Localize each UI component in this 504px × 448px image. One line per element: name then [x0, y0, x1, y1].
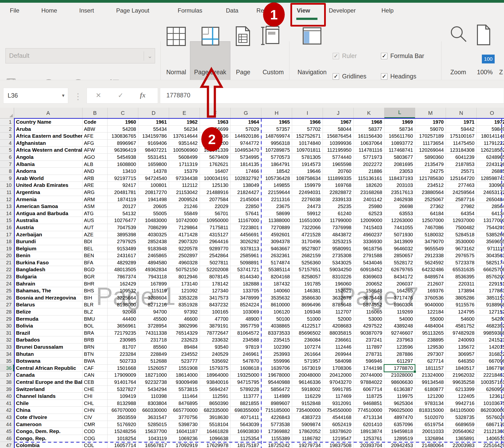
cell-C40[interactable]: 109419 — [108, 393, 138, 400]
cell-K2[interactable]: 58377 — [354, 126, 384, 133]
cell-L42[interactable]: 796025000 — [384, 407, 415, 414]
cell-H15[interactable]: 11388000 — [261, 217, 292, 224]
cell-I32[interactable]: 236084 — [292, 336, 323, 344]
cell-J1[interactable]: 1967 — [323, 119, 354, 126]
cell-D8[interactable]: 14378 — [138, 168, 169, 175]
cell-O45[interactable]: 21121360 — [477, 428, 504, 435]
cell-E9[interactable]: 97334438 — [169, 175, 200, 182]
cell-N9[interactable]: 125164720 — [446, 175, 477, 182]
cell-M27[interactable]: 9040000 — [415, 301, 446, 308]
cell-J36[interactable]: 1708306 — [323, 365, 354, 372]
cell-M22[interactable]: 64232486 — [415, 266, 446, 273]
cell-G10[interactable]: 138049 — [231, 182, 261, 189]
cell-D22[interactable]: 49362834 — [138, 266, 169, 273]
cell-K26[interactable]: 3675448 — [354, 294, 384, 301]
cell-M15[interactable]: 12507000 — [415, 217, 446, 224]
cell-L26[interactable]: 3717476 — [384, 294, 415, 301]
cell-G45[interactable]: 16903830 — [231, 428, 261, 435]
cell-F23[interactable]: 8078145 — [200, 273, 231, 280]
cell-A43[interactable]: Cote d'Ivoire — [14, 414, 82, 421]
cell-N18[interactable]: 3530000 — [446, 238, 477, 245]
cell-D3[interactable]: 134159786 — [138, 133, 169, 140]
tab-page-layout[interactable]: Page Layout — [116, 7, 149, 14]
cell-G41[interactable]: 8821855 — [231, 400, 261, 407]
cell-A17[interactable]: Azerbaijan — [14, 231, 82, 238]
sheet-view-combobox[interactable]: Default ⌄ — [5, 48, 155, 63]
cell-A42[interactable]: China — [14, 407, 82, 414]
cell-H41[interactable]: 8989607 — [261, 400, 292, 407]
cell-A22[interactable]: Bangladesh — [14, 266, 82, 273]
cell-E13[interactable]: 21246 — [169, 203, 200, 210]
cell-A35[interactable]: Botswana — [14, 358, 82, 365]
cell-I17[interactable]: 4721528 — [292, 231, 323, 238]
cell-B14[interactable]: ATG — [82, 210, 108, 217]
cell-F13[interactable]: 22029 — [200, 203, 231, 210]
cell-G35[interactable]: 547870 — [231, 358, 261, 365]
cell-K21[interactable]: 5434046 — [354, 259, 384, 266]
row-header-26[interactable]: 26 — [0, 294, 14, 301]
cell-N19[interactable]: 9673162 — [446, 245, 477, 252]
cell-A9[interactable]: Arab World — [14, 175, 82, 182]
cell-E7[interactable]: 1711319 — [169, 161, 200, 168]
cell-D47[interactable]: 16567817 — [138, 442, 169, 448]
cell-I36[interactable]: 1673019 — [292, 365, 323, 372]
cell-J30[interactable]: 4208683 — [323, 322, 354, 329]
cell-H6[interactable]: 5770573 — [261, 154, 292, 161]
cell-M24[interactable]: 212607 — [415, 280, 446, 287]
cell-G12[interactable]: 2145004 — [231, 196, 261, 203]
cell-O13[interactable]: 28564 — [477, 203, 504, 210]
cell-G7[interactable]: 1814135 — [231, 161, 261, 168]
cell-G28[interactable]: 103069 — [231, 308, 261, 315]
cell-N38[interactable]: 99635258 — [446, 379, 477, 386]
cell-I46[interactable]: 1186782 — [292, 435, 323, 442]
cell-I34[interactable]: 261664 — [292, 351, 323, 358]
cell-B18[interactable]: BDI — [82, 238, 108, 245]
cell-H42[interactable]: 715185000 — [261, 407, 292, 414]
cell-C47[interactable]: 16057714 — [108, 442, 138, 448]
cell-J5[interactable]: 112195950 — [323, 147, 354, 154]
cell-O25[interactable]: 177863 — [477, 287, 504, 294]
cell-B5[interactable]: AFW — [82, 147, 108, 154]
cell-O7[interactable]: 2243126 — [477, 161, 504, 168]
cell-M20[interactable]: 2912338 — [415, 252, 446, 259]
row-header-6[interactable]: 6 — [0, 154, 14, 161]
cell-E8[interactable]: 15379 — [169, 168, 200, 175]
cell-K40[interactable]: 118725 — [354, 393, 384, 400]
cell-D27[interactable]: 8271216 — [138, 301, 169, 308]
cell-O46[interactable]: 1406510 — [477, 435, 504, 442]
cell-E20[interactable]: 2502897 — [169, 252, 200, 259]
gridlines-checkbox[interactable]: ✓ Gridlines — [333, 73, 366, 80]
cell-G26[interactable]: 3478999 — [231, 294, 261, 301]
cell-I11[interactable]: 22494031 — [292, 189, 323, 196]
cell-B40[interactable]: CHI — [82, 393, 108, 400]
cell-I14[interactable]: 59912 — [292, 210, 323, 217]
cell-G2[interactable]: 57029 — [231, 126, 261, 133]
cell-E46[interactable]: 1069236 — [169, 435, 200, 442]
row-header-15[interactable]: 15 — [0, 217, 14, 224]
cell-K45[interactable]: 18913874 — [354, 428, 384, 435]
cell-G25[interactable]: 133705 — [231, 287, 261, 294]
row-header-11[interactable]: 11 — [0, 189, 14, 196]
cell-A46[interactable]: Congo, Rep. — [14, 435, 82, 442]
tab-data[interactable]: Data — [226, 7, 238, 14]
column-header-H[interactable]: H — [261, 108, 292, 119]
cell-L23[interactable]: 8434172 — [384, 273, 415, 280]
cell-K23[interactable]: 8369603 — [354, 273, 384, 280]
cell-N8[interactable]: 25571 — [446, 168, 477, 175]
cell-J28[interactable]: 112707 — [323, 308, 354, 315]
cell-D25[interactable]: 115119 — [138, 287, 169, 294]
cell-N23[interactable]: 8536395 — [446, 273, 477, 280]
cell-N20[interactable]: 2976575 — [446, 252, 477, 259]
cell-M37[interactable]: 21324000 — [415, 372, 446, 379]
cell-A1[interactable]: Country Name — [14, 119, 82, 126]
cell-O43[interactable]: 5576026 — [477, 414, 504, 421]
cell-O33[interactable]: 142015 — [477, 344, 504, 351]
cell-M35[interactable]: 627714 — [415, 358, 446, 365]
row-header-45[interactable]: 45 — [0, 428, 14, 435]
cell-H47[interactable]: 18725242 — [261, 442, 292, 448]
cell-F28[interactable]: 100165 — [200, 308, 231, 315]
cell-J6[interactable]: 5774440 — [323, 154, 354, 161]
cell-I28[interactable]: 109348 — [292, 308, 323, 315]
cell-B17[interactable]: AZE — [82, 231, 108, 238]
cell-E28[interactable]: 97392 — [169, 308, 200, 315]
